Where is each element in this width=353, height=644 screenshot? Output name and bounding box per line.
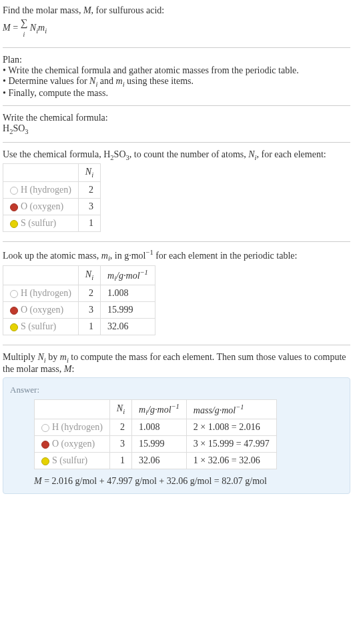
divider [3, 47, 350, 48]
t: N [117, 403, 123, 413]
answer-box: Answer: Ni mi/g·mol−1 mass/g·mol−1 H (hy… [3, 377, 350, 494]
element-cell: H (hydrogen) [3, 182, 79, 199]
table-row: O (oxygen) 3 15.999 [3, 302, 155, 319]
chem-H: H [3, 123, 9, 133]
intro-line1: Find the molar mass, M, for sulfurous ac… [3, 5, 350, 16]
t: i [91, 171, 93, 179]
answer-table: Ni mi/g·mol−1 mass/g·mol−1 H (hydrogen) … [34, 399, 277, 469]
element-cell: H (hydrogen) [3, 285, 79, 302]
oxygen-swatch-icon [41, 441, 49, 449]
chem-S: S [13, 123, 18, 133]
n-cell: 3 [78, 302, 100, 319]
table-row: S (sulfur) 1 32.06 [3, 319, 155, 335]
element-label: H (hydrogen) [21, 185, 71, 195]
count-text: Use the chemical formula, H2SO3, to coun… [3, 149, 350, 161]
col-N: Ni [78, 164, 100, 182]
element-cell: S (sulfur) [35, 453, 110, 469]
text: and [97, 76, 115, 86]
formula-eq: = [11, 23, 21, 33]
divider [3, 241, 350, 242]
chem-O: O [18, 123, 25, 133]
count-section: Use the chemical formula, H2SO3, to coun… [3, 147, 350, 238]
col-m: mi/g·mol−1 [132, 399, 187, 419]
element-cell: O (oxygen) [3, 199, 79, 215]
text: • Determine values for [3, 76, 89, 86]
m-cell: 1.008 [132, 419, 187, 436]
n-cell: 2 [78, 285, 100, 302]
table-header-row: Ni mi/g·mol−1 [3, 265, 155, 285]
var-m: m [101, 251, 108, 261]
t: mass/g·mol [194, 405, 236, 415]
t: m [107, 270, 114, 280]
formula-m: m [38, 23, 45, 33]
sulfur-swatch-icon [10, 323, 18, 331]
col-mass: mass/g·mol−1 [186, 399, 276, 419]
plan-bullet-3: • Finally, compute the mass. [3, 88, 350, 99]
col-N: Ni [78, 265, 100, 285]
oxygen-swatch-icon [10, 203, 18, 211]
plan-bullet-2: • Determine values for Ni and mi using t… [3, 76, 350, 88]
hydrogen-swatch-icon [10, 187, 18, 195]
t: N [85, 269, 91, 279]
sulfur-swatch-icon [41, 457, 49, 465]
table-row: O (oxygen) 3 [3, 199, 101, 215]
t: i [123, 408, 125, 415]
element-label: O (oxygen) [21, 305, 63, 315]
t: −1 [236, 403, 244, 411]
element-cell: O (oxygen) [35, 436, 110, 453]
text: : [71, 364, 74, 374]
var-m: m [116, 76, 123, 86]
element-cell: O (oxygen) [3, 302, 79, 319]
n-cell: 3 [78, 199, 100, 215]
element-cell: S (sulfur) [3, 319, 79, 335]
formula-mi-sub: i [45, 27, 47, 35]
t: /g·mol [147, 405, 171, 415]
t: /g·mol [116, 270, 139, 280]
hydrogen-swatch-icon [10, 290, 18, 298]
t: N [85, 167, 91, 177]
m-cell: 15.999 [101, 302, 155, 319]
element-cell: H (hydrogen) [35, 419, 110, 436]
m-cell: 32.06 [132, 453, 187, 469]
n-cell: 1 [78, 215, 100, 232]
mass-text: Look up the atomic mass, mi, in g·mol−1 … [3, 249, 350, 262]
chem-O-sub: 3 [25, 128, 28, 135]
t: O [119, 149, 125, 159]
count-table: Ni H (hydrogen) 2 O (oxygen) 3 S (sulfur… [3, 163, 101, 232]
intro: Find the molar mass, M, for sulfurous ac… [3, 3, 350, 43]
var-N: N [248, 149, 254, 159]
sigma-sub: i [23, 31, 25, 38]
element-label: H (hydrogen) [52, 422, 103, 432]
text: , in g·mol [110, 251, 146, 261]
n-cell: 3 [109, 436, 131, 453]
table-row: H (hydrogen) 2 1.008 [3, 285, 155, 302]
formula-N: N [30, 23, 36, 33]
text: by [46, 352, 60, 362]
final-result: M = 2.016 g/mol + 47.997 g/mol + 32.06 g… [34, 476, 343, 487]
mass-cell: 2 × 1.008 = 2.016 [186, 419, 276, 436]
divider [3, 105, 350, 106]
sigma-icon: ∑ [21, 17, 28, 28]
plan: Plan: • Write the chemical formula and g… [3, 52, 350, 101]
chemical-formula: H2SO3 [3, 123, 350, 135]
col-blank [35, 399, 110, 419]
n-cell: 2 [78, 182, 100, 199]
n-cell: 1 [109, 453, 131, 469]
table-header-row: Ni mi/g·mol−1 mass/g·mol−1 [35, 399, 277, 419]
var-N: N [38, 352, 44, 362]
text: Look up the atomic mass, [3, 251, 101, 261]
table-row: O (oxygen) 3 15.999 3 × 15.999 = 47.997 [35, 436, 277, 453]
table-row: S (sulfur) 1 [3, 215, 101, 232]
mass-section: Look up the atomic mass, mi, in g·mol−1 … [3, 246, 350, 341]
mass-table: Ni mi/g·mol−1 H (hydrogen) 2 1.008 O (ox… [3, 265, 155, 335]
table-header-row: Ni [3, 164, 101, 182]
table-row: H (hydrogen) 2 1.008 2 × 1.008 = 2.016 [35, 419, 277, 436]
var-M: M [83, 5, 91, 15]
col-blank [3, 164, 79, 182]
n-cell: 2 [109, 419, 131, 436]
sup: −1 [145, 249, 153, 256]
element-label: O (oxygen) [21, 201, 63, 211]
t: H [103, 149, 110, 159]
col-N: Ni [109, 399, 131, 419]
answer-inner: Ni mi/g·mol−1 mass/g·mol−1 H (hydrogen) … [10, 399, 343, 487]
